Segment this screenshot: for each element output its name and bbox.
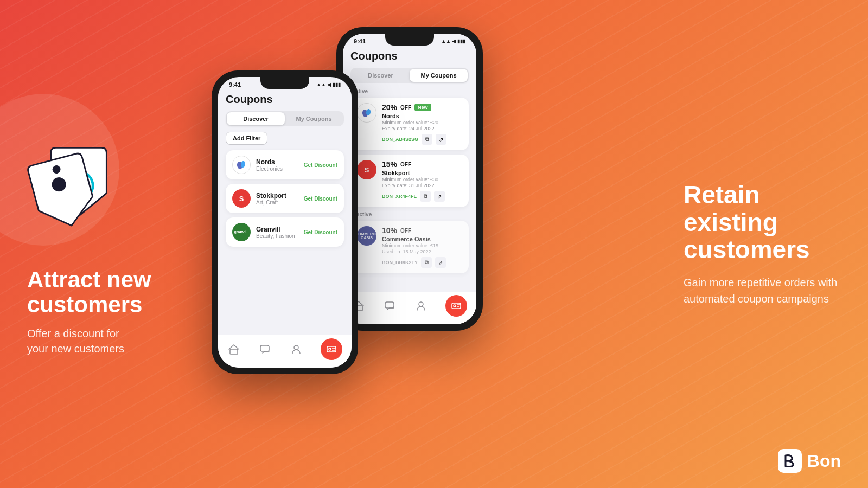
nords-avatar — [232, 156, 251, 174]
phone2-nav-profile-icon[interactable] — [414, 299, 427, 312]
nords-get-discount[interactable]: Get Discount — [304, 162, 337, 168]
share-icon[interactable]: ⇗ — [436, 134, 446, 145]
phone-2-tab-bar[interactable]: Discover My Coupons — [350, 68, 469, 83]
granvill-info: Granvill Beauty, Fashion — [256, 226, 295, 239]
tag-icon-group: % — [27, 132, 146, 251]
coupon-item-stokkport[interactable]: S Stokkport Art, Craft Get Discount — [226, 184, 344, 213]
svg-rect-8 — [260, 345, 269, 351]
right-headline: Retain existing customers — [684, 181, 841, 264]
bon-logo-text: Bon — [807, 451, 841, 471]
active-section-label: Active — [350, 88, 469, 94]
nords-store: Nords — [382, 113, 462, 119]
nav-coupon-icon[interactable] — [321, 338, 342, 360]
bon-logo-icon — [778, 449, 802, 473]
tab-2-my-coupons[interactable]: My Coupons — [410, 69, 468, 82]
granvill-category: Beauty, Fashion — [256, 233, 295, 239]
coupon-item-granvill-left: granvill. Granvill Beauty, Fashion — [232, 223, 295, 241]
commerce-copy-icon[interactable]: ⧉ — [421, 257, 432, 268]
stokkport-pct: 15% — [382, 160, 397, 169]
phone-2-title: Coupons — [350, 50, 469, 62]
commerce-min-order: Minimum order value: €15 — [382, 243, 462, 248]
coupon-item-nords-left: Nords Electronics — [232, 156, 283, 174]
copy-icon[interactable]: ⧉ — [422, 134, 432, 145]
commerce-code: BON_BH9K2TY — [382, 260, 418, 265]
coupon-item-stokkport-left: S Stokkport Art, Craft — [232, 189, 286, 208]
stokkport-store: Stokkport — [382, 170, 462, 176]
nav-chat-icon[interactable] — [258, 343, 271, 356]
phone-2-time: 9:41 — [354, 38, 366, 44]
phone-1-screen: 9:41 ▲▲ ◀ ▮▮▮ Coupons Discover My Coupon… — [218, 77, 352, 368]
inactive-coupon-commerce[interactable]: COMMERCE OASIS 10% OFF Commerce Oasis Mi… — [350, 221, 469, 273]
svg-point-11 — [329, 348, 331, 350]
stokkport-avatar: S — [232, 189, 251, 208]
logo-area: Bon — [778, 449, 841, 473]
commerce-code-row: BON_BH9K2TY ⧉ ⇗ — [382, 257, 462, 268]
stokkport-code: BON_XR4F4FL — [382, 194, 417, 199]
stokkport-get-discount[interactable]: Get Discount — [304, 196, 337, 202]
phone-1-tab-bar[interactable]: Discover My Coupons — [226, 111, 344, 126]
inactive-section-label: Inactive — [350, 211, 469, 217]
nords-new-badge: New — [414, 104, 431, 111]
stokkport-info: Stokkport Art, Craft — [256, 192, 286, 206]
phone-1: 9:41 ▲▲ ◀ ▮▮▮ Coupons Discover My Coupon… — [212, 70, 358, 374]
right-section: Retain existing customers Gain more repe… — [662, 159, 868, 329]
svg-point-9 — [294, 345, 298, 350]
phone-2: 9:41 ▲▲ ◀ ▮▮▮ Coupons Discover My Coupon… — [336, 27, 483, 331]
phone-1-status-icons: ▲▲ ◀ ▮▮▮ — [316, 82, 341, 87]
commerce-discount-line: 10% OFF — [382, 226, 462, 235]
nav-profile-icon[interactable] — [290, 343, 303, 356]
svg-rect-17 — [385, 302, 394, 308]
phone2-nav-coupon-icon[interactable] — [445, 295, 467, 317]
phone-2-screen: 9:41 ▲▲ ◀ ▮▮▮ Coupons Discover My Coupon… — [343, 34, 476, 324]
stokkport-expiry: Expiry date: 31 Jul 2022 — [382, 183, 462, 188]
phone-2-notch — [385, 34, 434, 46]
stokkport-copy-icon[interactable]: ⧉ — [420, 191, 431, 202]
granvill-get-discount[interactable]: Get Discount — [304, 229, 337, 235]
stokkport-share-icon[interactable]: ⇗ — [434, 191, 445, 202]
nords-min-order: Minimum order value: €20 — [382, 120, 462, 125]
active-coupon-stokkport[interactable]: S 15% OFF Stokkport Minimum order value:… — [350, 155, 469, 207]
nav-home-icon[interactable] — [227, 343, 240, 356]
active-coupon-nords[interactable]: 20% OFF New Nords Minimum order value: €… — [350, 98, 469, 150]
phone-1-notch — [260, 77, 309, 89]
tab-2-discover[interactable]: Discover — [352, 69, 410, 82]
phone-2-content: Coupons Discover My Coupons Active — [343, 46, 476, 273]
phone2-nav-chat-icon[interactable] — [383, 299, 396, 312]
right-subtext: Gain more repetitive orders with automat… — [684, 274, 841, 307]
stokkport-discount-line: 15% OFF — [382, 160, 462, 169]
stokkport-name: Stokkport — [256, 192, 286, 200]
left-section: % Attract new customers Offer a discount… — [0, 110, 184, 378]
coupon-item-granvill[interactable]: granvill. Granvill Beauty, Fashion Get D… — [226, 217, 344, 247]
nords-discount-line: 20% OFF New — [382, 103, 462, 112]
add-filter-button[interactable]: Add Filter — [226, 132, 267, 145]
stokkport-detail-avatar: S — [357, 160, 376, 179]
left-subtext: Offer a discount for your new customers — [27, 326, 163, 356]
stokkport-code-row: BON_XR4F4FL ⧉ ⇗ — [382, 191, 462, 202]
active-nords-drop-icon — [361, 107, 373, 119]
nords-name: Nords — [256, 158, 283, 166]
granvill-avatar: granvill. — [232, 223, 251, 241]
page-wrapper: % Attract new customers Offer a discount… — [0, 0, 868, 488]
nords-code-row: BON_AB4S2SG ⧉ ⇗ — [382, 134, 462, 145]
nords-expiry: Expiry date: 24 Jul 2022 — [382, 126, 462, 131]
nords-info: Nords Electronics — [256, 158, 283, 172]
nords-drop-icon — [235, 159, 247, 171]
stokkport-min-order: Minimum order value: €30 — [382, 177, 462, 182]
phone-2-status-icons: ▲▲ ◀ ▮▮▮ — [441, 38, 465, 44]
commerce-share-icon[interactable]: ⇗ — [435, 257, 446, 268]
active-nords-avatar — [357, 103, 376, 123]
commerce-store: Commerce Oasis — [382, 236, 462, 242]
tab-discover[interactable]: Discover — [227, 112, 285, 125]
commerce-used-on: Used on: 15 May 2022 — [382, 249, 462, 254]
svg-point-20 — [454, 305, 456, 307]
phone-1-title: Coupons — [226, 93, 344, 106]
nords-code: BON_AB4S2SG — [382, 137, 418, 142]
stokkport-off: OFF — [400, 162, 411, 168]
phone-2-bottom-nav — [343, 292, 476, 324]
coupon-item-nords[interactable]: Nords Electronics Get Discount — [226, 150, 344, 179]
stokkport-body: 15% OFF Stokkport Minimum order value: €… — [382, 160, 462, 202]
commerce-off: OFF — [400, 228, 411, 234]
left-headline: Attract new customers — [27, 267, 163, 317]
tab-my-coupons[interactable]: My Coupons — [285, 112, 343, 125]
phone-1-time: 9:41 — [229, 81, 241, 88]
